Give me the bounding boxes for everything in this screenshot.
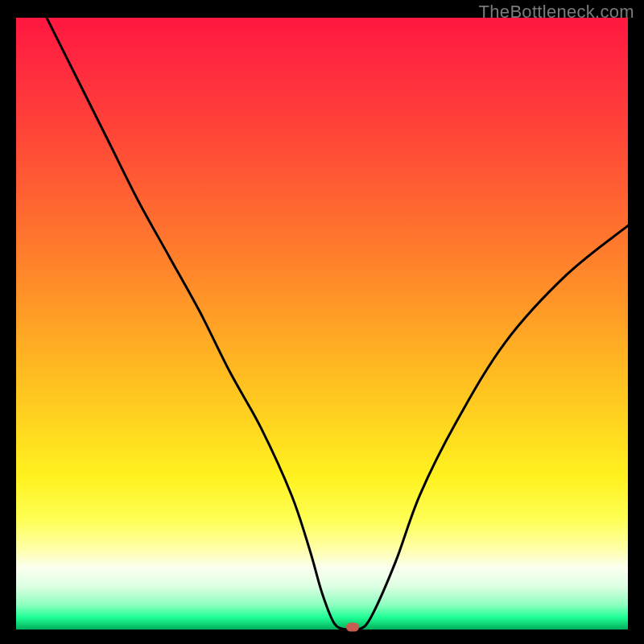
chart-frame: TheBottleneck.com bbox=[0, 0, 644, 644]
bottleneck-curve bbox=[16, 18, 628, 630]
plot-area bbox=[16, 18, 628, 630]
minimum-marker bbox=[346, 623, 359, 632]
watermark-text: TheBottleneck.com bbox=[479, 2, 634, 23]
